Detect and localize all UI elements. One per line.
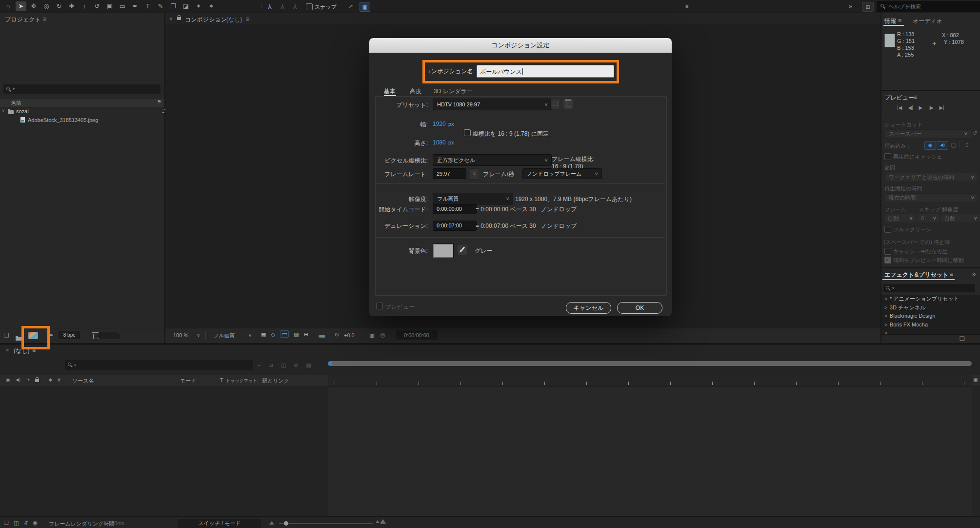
tab-audio[interactable]: オーディオ xyxy=(913,17,942,25)
composition-panel-menu-icon[interactable]: ≡ xyxy=(246,16,249,22)
share-icon[interactable]: ↥ xyxy=(964,142,969,148)
tab-info[interactable]: 情報 xyxy=(884,17,896,25)
channel-icon[interactable] xyxy=(320,333,325,339)
workspace-overflow-icon[interactable]: » xyxy=(849,2,852,10)
t-column-header[interactable]: T xyxy=(220,377,223,383)
dolly-camera-tool-icon[interactable]: ↕ xyxy=(79,1,90,11)
pixel-aspect-dropdown[interactable]: 正方形ピクセル xyxy=(433,154,552,166)
preview-menu-icon[interactable]: ≡ xyxy=(914,94,917,100)
audio-speaker-icon[interactable]: ◀) xyxy=(16,378,20,382)
effects-category-row[interactable]: >Boris FX Mocha xyxy=(881,321,980,329)
move-time-checkbox[interactable] xyxy=(884,257,891,264)
eyedropper-icon[interactable] xyxy=(458,245,467,255)
transport-button[interactable]: |◀ xyxy=(897,105,902,110)
puppet-pin-tool-icon[interactable]: ✶ xyxy=(206,1,217,11)
lock-aspect-checkbox[interactable] xyxy=(464,129,471,136)
snap-options-icon[interactable]: ▣ xyxy=(360,2,370,12)
name-column-header[interactable]: 名前 xyxy=(11,100,21,107)
tab-advanced[interactable]: 高度 xyxy=(410,87,421,96)
cache-before-playback-checkbox[interactable] xyxy=(884,153,891,160)
snapshot-camera-icon[interactable]: ▣ xyxy=(369,332,375,338)
snap-angle-icon[interactable]: ↗ xyxy=(348,3,353,9)
chevron-right-icon[interactable]: > xyxy=(884,296,887,302)
index-column-header[interactable]: # xyxy=(58,378,60,383)
selection-tool-icon[interactable]: ➤ xyxy=(16,1,26,11)
label-tag-icon[interactable]: ◆ xyxy=(49,378,52,382)
lock-icon[interactable] xyxy=(35,379,39,382)
bit-depth-button[interactable]: 8 bpc xyxy=(59,331,80,339)
bookmark-icon[interactable]: ⚑ xyxy=(157,100,161,104)
draft-3d-icon[interactable]: ⊿ xyxy=(269,362,273,368)
zoom-in-mountain-icon-large[interactable] xyxy=(380,519,386,524)
pixel-aspect-correction-icon[interactable]: ⊞ xyxy=(304,331,308,338)
effects-menu-icon[interactable]: ≡ xyxy=(950,271,953,277)
effects-search-input[interactable]: ▾ xyxy=(883,284,975,292)
mode-column-header[interactable]: モード xyxy=(180,377,197,385)
view-axis-icon[interactable]: Y xyxy=(293,3,297,10)
zoom-out-mountain-icon[interactable] xyxy=(269,521,274,525)
source-column-header[interactable]: ソース名 xyxy=(72,377,94,385)
parent-column-header[interactable]: 親とリンク xyxy=(262,377,289,385)
range-dropdown[interactable]: ワークエリアと現在の時間 xyxy=(884,173,978,182)
interpret-footage-icon[interactable]: ❏ xyxy=(4,332,9,338)
save-preset-icon[interactable]: ❏ xyxy=(551,99,560,109)
project-row-file[interactable]: AdobeStock_318513405.jpeg xyxy=(0,116,164,124)
effects-overflow-icon[interactable]: » xyxy=(972,270,976,278)
project-search-input[interactable]: ▾ xyxy=(3,84,160,94)
transport-button[interactable]: ▶ xyxy=(919,105,923,110)
motion-blur-icon[interactable]: ▤ xyxy=(306,362,311,368)
project-panel-tab[interactable]: プロジェクト xyxy=(5,16,41,24)
transport-button[interactable]: ▶| xyxy=(940,105,944,110)
chevron-right-icon[interactable]: > xyxy=(884,322,887,327)
effects-category-row[interactable]: >* アニメーションプリセット xyxy=(881,295,980,303)
switches-modes-button[interactable]: スイッチ / モード xyxy=(178,519,261,528)
height-value[interactable]: 1080 xyxy=(433,139,446,146)
project-row-folder[interactable]: ˅ sozai xyxy=(0,107,164,116)
shy-layers-icon[interactable]: ◫ xyxy=(281,362,286,368)
search-options-chevron[interactable]: ▾ xyxy=(13,87,15,91)
timeline-zoom-slider[interactable] xyxy=(279,523,373,524)
effects-category-row[interactable]: >Blackmagic Design xyxy=(881,312,980,320)
preview-panel-title[interactable]: プレビュー xyxy=(884,94,914,102)
transparency-grid-icon[interactable]: ▨ xyxy=(294,331,299,338)
close-icon[interactable]: × xyxy=(169,16,172,21)
switches-toggle-icon[interactable]: ⇵ xyxy=(23,520,28,526)
include-audio-speaker-icon[interactable]: ◀) xyxy=(937,141,948,150)
include-overlays-frame-icon[interactable]: ▢ xyxy=(951,142,956,148)
frame-rate-chevron[interactable]: ˅ xyxy=(470,168,479,180)
resolution-dropdown[interactable]: フル画質 xyxy=(209,330,255,340)
zoom-slider-handle[interactable] xyxy=(284,521,288,526)
persona-icon[interactable]: ◉ xyxy=(33,520,38,526)
help-search-input[interactable]: ヘルプを検索 xyxy=(877,1,980,12)
frame-blend-toggle-icon[interactable]: ◫ xyxy=(14,520,19,526)
tab-3d-renderer[interactable]: 3D レンダラー xyxy=(434,87,473,96)
resolution-dropdown[interactable]: フル画質 xyxy=(433,193,513,204)
clone-stamp-tool-icon[interactable]: ❐ xyxy=(168,1,179,11)
comp-marker-icon[interactable]: ▣ xyxy=(973,378,978,383)
include-video-eye-icon[interactable]: ◉ xyxy=(924,141,936,150)
layer-list-area[interactable] xyxy=(0,387,327,516)
transport-button[interactable]: |▶ xyxy=(928,105,933,110)
frame-rate-dropdown[interactable]: 自動 xyxy=(883,214,917,223)
effects-category-row[interactable]: >3D チャンネル xyxy=(881,304,980,312)
effects-category-row-clipped[interactable]: > xyxy=(881,329,980,334)
timeline-search-input[interactable]: ▾ xyxy=(65,360,253,370)
chevron-down-icon[interactable]: ˅ xyxy=(2,108,4,113)
start-timecode-input[interactable]: 0:00:00:00 xyxy=(433,204,477,214)
pen-tool-icon[interactable]: ✒ xyxy=(130,1,140,11)
workspace-menu-icon[interactable]: ≡ xyxy=(685,3,688,9)
project-list-header[interactable]: 名前 ⚑ xyxy=(0,98,164,107)
video-eye-icon[interactable]: ◉ xyxy=(6,378,10,383)
hand-tool-icon[interactable]: ✥ xyxy=(28,1,39,11)
rotation-tool-icon[interactable]: ↺ xyxy=(92,1,102,11)
composition-panel-tab[interactable]: コンポジション xyxy=(185,16,227,24)
mask-visibility-icon[interactable]: ◇ xyxy=(271,331,275,338)
play-from-dropdown[interactable]: 現在の時間 xyxy=(884,193,978,203)
page-stack-icon[interactable]: ❏ xyxy=(4,520,9,526)
cancel-button[interactable]: キャンセル xyxy=(566,302,611,314)
local-axis-icon[interactable]: Y xyxy=(268,3,272,10)
chevron-right-icon[interactable]: > xyxy=(884,305,887,310)
folder-name[interactable]: sozai xyxy=(16,108,29,114)
camera-tool-icon[interactable]: ▣ xyxy=(104,1,115,11)
trkmat-column-header[interactable]: トラックマット xyxy=(226,378,257,384)
